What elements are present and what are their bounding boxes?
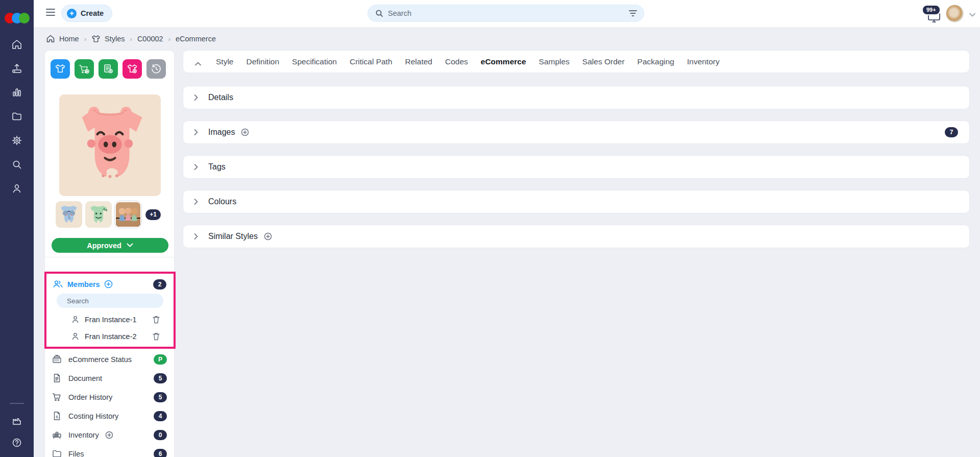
search-icon xyxy=(375,9,383,17)
members-count-badge: 2 xyxy=(153,279,166,290)
member-row: Fran Instance-2 xyxy=(46,328,174,345)
members-section-highlighted: Members 2 Fran Instance-1 Fran Instance-… xyxy=(44,272,176,349)
members-search-input[interactable] xyxy=(67,297,157,305)
profile-icon[interactable] xyxy=(10,182,23,195)
filter-icon[interactable] xyxy=(628,10,638,17)
chevron-right-icon xyxy=(193,233,199,240)
members-title: Members xyxy=(67,280,100,288)
section-badge: 5 xyxy=(154,392,167,402)
tab-packaging[interactable]: Packaging xyxy=(638,57,674,66)
home-icon[interactable] xyxy=(10,38,23,51)
tab-definition[interactable]: Definition xyxy=(246,57,279,66)
more-images-badge[interactable]: +1 xyxy=(145,209,161,220)
remove-style-button[interactable] xyxy=(122,59,142,79)
section-badge: 4 xyxy=(154,411,167,421)
breadcrumb-home[interactable]: Home xyxy=(46,34,79,43)
section-badge: 5 xyxy=(154,373,167,383)
section-files[interactable]: Files 6 xyxy=(45,444,174,457)
tab-samples[interactable]: Samples xyxy=(539,57,570,66)
chevron-right-icon xyxy=(193,198,199,205)
breadcrumb-separator: › xyxy=(84,35,86,43)
chevron-right-icon xyxy=(193,129,199,136)
delete-member-icon[interactable] xyxy=(152,332,160,341)
section-ecommerce-status[interactable]: eCommerce Status P xyxy=(45,350,174,369)
accordion-similar-styles[interactable]: Similar Styles xyxy=(183,225,970,248)
add-inventory-icon[interactable] xyxy=(105,431,113,439)
files-folder-icon xyxy=(52,448,62,457)
notifications-button[interactable]: 99+ xyxy=(925,8,945,23)
accordion-tags[interactable]: Tags xyxy=(183,155,970,179)
chevron-right-icon xyxy=(193,94,199,101)
main-product-image[interactable] xyxy=(59,94,161,196)
delete-member-icon[interactable] xyxy=(152,315,160,324)
history-button[interactable] xyxy=(146,59,166,79)
help-icon[interactable] xyxy=(10,436,23,449)
add-image-icon[interactable] xyxy=(241,128,249,136)
thumbnail-elephant-onesie[interactable] xyxy=(56,201,82,228)
document-icon xyxy=(52,373,62,383)
section-badge: 6 xyxy=(154,449,167,457)
breadcrumb-style-code[interactable]: C00002 xyxy=(137,35,163,43)
tab-related[interactable]: Related xyxy=(405,57,432,66)
thumbnail-babies-photo[interactable] xyxy=(115,201,141,228)
settings-icon[interactable] xyxy=(10,134,23,147)
app-rail xyxy=(0,0,34,457)
add-order-cart-button[interactable] xyxy=(75,59,94,79)
person-icon xyxy=(71,332,80,341)
tab-critical-path[interactable]: Critical Path xyxy=(350,57,393,66)
breadcrumb: Home › Styles › C00002 › eCommerce xyxy=(46,32,216,45)
upload-icon[interactable] xyxy=(10,62,23,75)
tab-ecommerce[interactable]: eCommerce xyxy=(481,57,526,66)
search-nav-icon[interactable] xyxy=(10,158,23,171)
user-avatar[interactable] xyxy=(946,5,964,22)
chevron-down-icon xyxy=(127,243,133,248)
breadcrumb-styles[interactable]: Styles xyxy=(91,34,125,43)
section-badge: 0 xyxy=(154,430,167,440)
chevron-right-icon xyxy=(193,163,199,171)
section-order-history[interactable]: Order History 5 xyxy=(45,388,174,406)
status-label: Approved xyxy=(87,242,121,250)
add-member-icon[interactable] xyxy=(104,280,113,288)
tab-inventory[interactable]: Inventory xyxy=(687,57,720,66)
member-row: Fran Instance-1 xyxy=(46,311,174,328)
accordion-details[interactable]: Details xyxy=(183,86,970,109)
search-input[interactable] xyxy=(388,9,628,17)
tab-specification[interactable]: Specification xyxy=(292,57,337,66)
bar-chart-icon[interactable] xyxy=(10,86,23,99)
section-document[interactable]: Document 5 xyxy=(45,369,174,388)
member-name: Fran Instance-1 xyxy=(85,316,147,324)
collapse-tabs-icon[interactable] xyxy=(194,59,202,64)
add-similar-style-icon[interactable] xyxy=(264,232,272,240)
style-tab-bar: Style Definition Specification Critical … xyxy=(183,50,970,73)
app-logo xyxy=(5,11,29,25)
tab-style[interactable]: Style xyxy=(216,57,233,66)
style-shirt-button[interactable] xyxy=(51,59,70,79)
svg-text:$: $ xyxy=(56,415,58,419)
section-badge: P xyxy=(154,354,167,365)
cost-document-icon: $ xyxy=(52,411,62,421)
panel-divider xyxy=(45,257,174,257)
tab-codes[interactable]: Codes xyxy=(445,57,468,66)
folder-icon[interactable] xyxy=(10,110,23,123)
rail-divider xyxy=(10,403,24,404)
accordion-images[interactable]: Images 7 xyxy=(183,121,970,144)
style-summary-panel: +1 Approved Members 2 Fran Instance-1 xyxy=(44,50,175,457)
member-name: Fran Instance-2 xyxy=(85,332,147,341)
create-label: Create xyxy=(81,9,104,17)
notification-count-badge: 99+ xyxy=(922,5,941,15)
section-costing-history[interactable]: $ Costing History 4 xyxy=(45,406,174,425)
add-document-button[interactable] xyxy=(99,59,118,79)
inventory-shelf-icon xyxy=(52,429,62,440)
person-icon xyxy=(71,315,80,324)
user-menu-chevron-icon[interactable] xyxy=(969,10,976,15)
breadcrumb-current[interactable]: eCommerce xyxy=(176,35,216,43)
create-button[interactable]: + Create xyxy=(61,5,112,22)
status-dropdown-button[interactable]: Approved xyxy=(52,238,168,253)
thumbnail-dino-onesie[interactable] xyxy=(85,201,112,228)
accordion-colours[interactable]: Colours xyxy=(183,190,970,213)
tab-sales-order[interactable]: Sales Order xyxy=(582,57,625,66)
factory-icon[interactable] xyxy=(10,415,23,428)
section-inventory[interactable]: Inventory 0 xyxy=(45,425,174,444)
images-count-badge: 7 xyxy=(945,127,958,137)
menu-icon[interactable] xyxy=(46,8,56,18)
